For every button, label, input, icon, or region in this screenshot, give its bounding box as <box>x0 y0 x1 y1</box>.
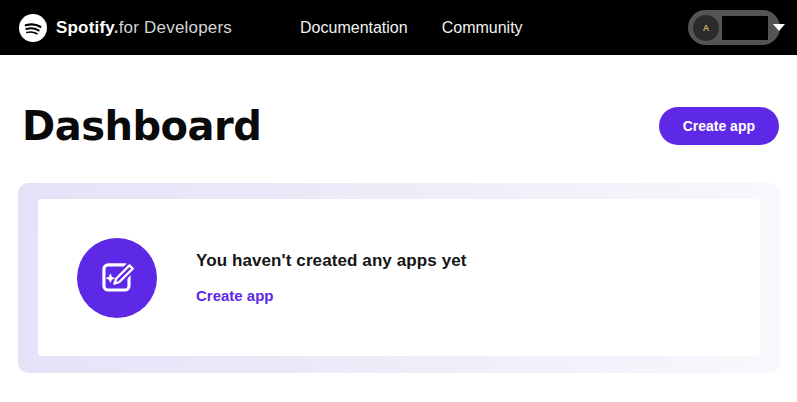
navbar: Spotify.for Developers Documentation Com… <box>0 0 797 55</box>
avatar: A <box>693 15 719 41</box>
main-nav: Documentation Community <box>300 19 523 37</box>
brand-name: Spotify <box>56 18 114 37</box>
empty-state-card: You haven't created any apps yet Create … <box>38 199 760 356</box>
main-content: Dashboard Create app You haven't created… <box>0 103 797 373</box>
page-header: Dashboard Create app <box>22 103 779 149</box>
empty-state-panel: You haven't created any apps yet Create … <box>18 183 780 373</box>
nav-link-community[interactable]: Community <box>442 19 523 37</box>
create-app-button[interactable]: Create app <box>659 107 779 145</box>
nav-link-documentation[interactable]: Documentation <box>300 19 408 37</box>
spotify-logo-icon <box>19 14 47 42</box>
empty-state-title: You haven't created any apps yet <box>196 251 467 271</box>
brand-suffix: for Developers <box>119 18 232 37</box>
brand[interactable]: Spotify.for Developers <box>19 14 232 42</box>
chevron-down-icon <box>773 24 785 31</box>
page-title: Dashboard <box>22 103 261 149</box>
create-app-icon <box>77 238 157 318</box>
create-app-link[interactable]: Create app <box>196 287 274 304</box>
user-menu[interactable]: A <box>688 10 780 45</box>
empty-state-text: You haven't created any apps yet Create … <box>196 251 467 304</box>
user-name-redacted <box>722 16 768 40</box>
brand-text: Spotify.for Developers <box>56 18 232 38</box>
